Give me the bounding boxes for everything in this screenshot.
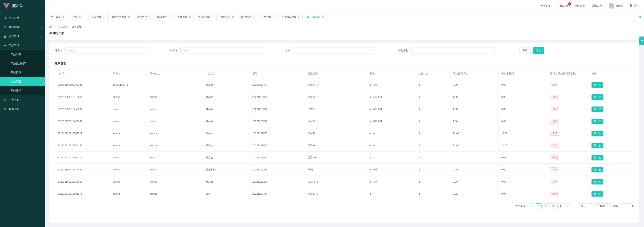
- edit-button[interactable]: 修 改: [592, 94, 603, 100]
- product-cell: 唯品会: [203, 139, 250, 152]
- tab-赠送彩金[interactable]: 赠送彩金×: [218, 13, 237, 21]
- header-link-member-orders[interactable]: 会员购单: [540, 4, 551, 7]
- issue-cell: 20221225002: [250, 103, 305, 115]
- total-cell: 1.00: [450, 103, 499, 115]
- close-icon[interactable]: ×: [212, 15, 213, 18]
- table-row: 202212191412314467sunicesunice苏宁易购202212…: [55, 164, 634, 176]
- close-icon[interactable]: ×: [82, 15, 84, 18]
- settings-flyout-button[interactable]: [639, 36, 644, 45]
- close-icon[interactable]: ×: [103, 15, 104, 18]
- win-cell: 24.00: [499, 139, 547, 152]
- tab-注单管理[interactable]: 注单管理×: [304, 13, 327, 21]
- name-select[interactable]: [293, 47, 376, 54]
- sidebar-subitem-即时注单[interactable]: 即时注单: [0, 86, 45, 95]
- tab-label: 会员加扣款: [198, 15, 210, 19]
- sidebar-subitem-产品预设列表[interactable]: 产品预设列表: [0, 59, 45, 68]
- close-icon[interactable]: ×: [148, 15, 150, 18]
- logo[interactable]: 演示站: [0, 0, 45, 12]
- prev-page-button[interactable]: ‹: [528, 203, 534, 209]
- search-button[interactable]: 查询: [533, 47, 544, 54]
- tab-在线用户[interactable]: 在线用户×: [134, 13, 153, 21]
- close-icon[interactable]: ×: [322, 15, 324, 18]
- refresh-icon[interactable]: [307, 16, 309, 18]
- pagination-total: 共 236 条,: [515, 205, 526, 208]
- jump-to-input[interactable]: [620, 203, 630, 209]
- edit-button[interactable]: 修 改: [592, 119, 603, 124]
- sidebar-item-label: 平台首页: [9, 16, 19, 20]
- edit-button[interactable]: 修 改: [592, 143, 603, 148]
- jump-to-label: 跳至: [613, 205, 618, 208]
- page-button-2[interactable]: 2: [543, 203, 549, 209]
- order-no-cell: 202212191412314467: [55, 164, 110, 176]
- sidebar-item-平台首页[interactable]: ◷平台首页: [0, 14, 45, 23]
- edit-button[interactable]: 修 改: [592, 82, 603, 88]
- lock-icon[interactable]: [638, 15, 641, 18]
- sidebar-subitem-产品列表[interactable]: 产品列表: [0, 50, 45, 59]
- sidebar-submenu: 产品列表产品预设列表开奖记录注单管理即时注单: [0, 50, 45, 95]
- win-cell: 0.00: [499, 115, 547, 127]
- edit-button[interactable]: 修 改: [592, 155, 603, 160]
- match-select[interactable]: [411, 47, 495, 54]
- tab-平台首页[interactable]: 平台首页×: [48, 13, 67, 21]
- header-link-online-users[interactable]: 在线人数 2: [558, 4, 568, 7]
- next-page-button[interactable]: ›: [586, 203, 592, 209]
- breadcrumb-product[interactable]: 产品管理: [58, 25, 68, 28]
- sidebar-subitem-注单管理[interactable]: 注单管理: [0, 77, 45, 86]
- table-row: 202212032312501175sunicesunice天猫20221203…: [55, 188, 634, 200]
- table-row: 202212220212404319sunicesunice唯品会2022122…: [55, 152, 634, 164]
- page-size-select[interactable]: 10 条/页: [594, 203, 611, 209]
- tab-产品预设列表[interactable]: 产品预设列表×: [278, 13, 302, 21]
- tab-充值列表[interactable]: 充值列表×: [174, 13, 194, 21]
- edit-button[interactable]: 修 改: [592, 106, 603, 112]
- username-input[interactable]: [180, 47, 263, 54]
- reset-button[interactable]: 重置: [519, 47, 531, 54]
- sidebar-collapse-icon[interactable]: [50, 4, 54, 8]
- table-row: 202212250012456361sunicesunice唯品会2022122…: [55, 103, 634, 115]
- tab-系统配置列表[interactable]: 系统配置列表×: [109, 13, 133, 21]
- close-icon[interactable]: ×: [62, 15, 64, 18]
- order-no-input[interactable]: [65, 47, 148, 54]
- breadcrumb-home[interactable]: 首页: [49, 25, 54, 28]
- language-switch[interactable]: 简体: [630, 4, 639, 7]
- close-icon[interactable]: ×: [273, 15, 274, 18]
- page-button-24[interactable]: 24: [579, 203, 585, 209]
- match-cell: 统货Ct+1: [305, 79, 367, 91]
- sidebar-subitem-label: 产品列表: [10, 53, 21, 56]
- tab-会员加扣款[interactable]: 会员加扣款×: [195, 13, 216, 21]
- sidebar-item-会员管理[interactable]: ▦会员管理: [0, 32, 45, 41]
- close-icon[interactable]: ×: [252, 15, 254, 18]
- header-link-withdraw-orders[interactable]: 提现订单: [592, 4, 602, 7]
- sidebar-subitem-开奖记录[interactable]: 开奖记录: [0, 68, 45, 77]
- tab-提现列表[interactable]: 提现列表×: [238, 13, 257, 21]
- win-cell: 0.00: [499, 164, 547, 176]
- page-button-3[interactable]: 3: [550, 203, 556, 209]
- close-icon[interactable]: ×: [232, 15, 234, 18]
- tab-陪玩用户[interactable]: 陪玩用户×: [154, 13, 173, 21]
- page-button-5[interactable]: 5: [564, 203, 570, 209]
- sidebar-item-产品管理[interactable]: ⊞产品管理: [0, 41, 45, 50]
- user-menu[interactable]: admin: [608, 3, 623, 9]
- sidebar-item-内容中心[interactable]: ▤内容中心: [0, 95, 45, 104]
- header-link-recharge-orders[interactable]: 充值订单: [574, 4, 585, 7]
- close-icon[interactable]: ×: [128, 15, 130, 18]
- profit-badge: 1.00: [550, 95, 558, 99]
- page-button-4[interactable]: 4: [558, 203, 563, 209]
- sidebar-item-label: 系统配置: [9, 25, 19, 29]
- tab-会员列表[interactable]: 会员列表×: [88, 13, 108, 21]
- close-icon[interactable]: ×: [189, 15, 190, 18]
- total-cell: 2.00: [450, 176, 499, 188]
- profit-badge: -2.00: [550, 83, 558, 87]
- page-button-1[interactable]: 1: [536, 203, 542, 209]
- close-icon[interactable]: ×: [298, 15, 300, 18]
- edit-button[interactable]: 修 改: [592, 167, 603, 172]
- tab-开奖记录[interactable]: 开奖记录×: [68, 13, 87, 21]
- close-icon[interactable]: ×: [169, 15, 170, 18]
- edit-button[interactable]: 修 改: [592, 191, 603, 197]
- edit-button[interactable]: 修 改: [592, 179, 603, 185]
- filter-order-no: 订单号:: [55, 47, 148, 54]
- total-cell: 0.01: [450, 152, 499, 164]
- tab-产品列表[interactable]: 产品列表×: [258, 13, 278, 21]
- edit-button[interactable]: 修 改: [592, 131, 603, 136]
- sidebar-item-数据中心[interactable]: ◎数据中心: [0, 104, 45, 113]
- sidebar-item-系统配置[interactable]: ✎系统配置: [0, 23, 45, 32]
